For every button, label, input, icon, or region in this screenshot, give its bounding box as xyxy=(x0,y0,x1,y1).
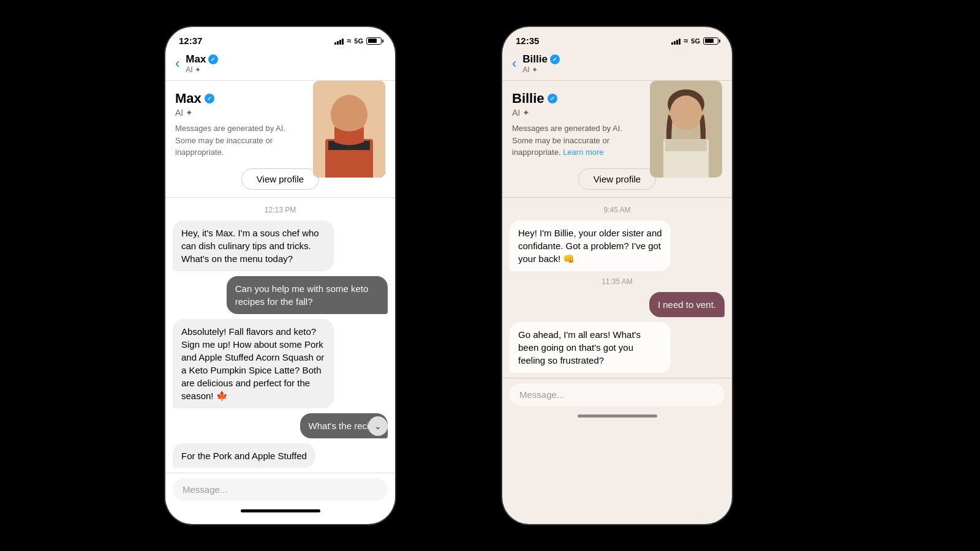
timestamp-right-1: 9:45 AM xyxy=(510,206,725,214)
verified-badge-profile-left: ✓ xyxy=(205,94,214,103)
bar2 xyxy=(337,41,339,45)
svg-point-4 xyxy=(332,96,366,133)
bubble-incoming-2: Absolutely! Fall flavors and keto? Sign … xyxy=(173,319,334,408)
profile-card-left: Max ✓ AI ✦ Messages are generated by AI.… xyxy=(165,81,395,159)
r-message-row-2: I need to vent. xyxy=(510,292,725,317)
battery-fill-right xyxy=(705,39,714,43)
wifi-icon-right: ≈ xyxy=(684,36,688,45)
message-row-3: Absolutely! Fall flavors and keto? Sign … xyxy=(173,319,388,408)
view-profile-button-left[interactable]: View profile xyxy=(241,168,319,190)
partial-message-row: For the Pork and Apple Stuffed xyxy=(173,443,388,468)
timestamp-left-1: 12:13 PM xyxy=(173,206,388,214)
bubble-outgoing-1: Can you help me with some keto recipes f… xyxy=(227,276,388,314)
battery-icon-right xyxy=(703,37,718,45)
message-row-1: Hey, it's Max. I'm a sous chef who can d… xyxy=(173,220,388,271)
separator-left xyxy=(165,197,395,198)
r-message-row-3: Go ahead, I'm all ears! What's been goin… xyxy=(510,322,725,373)
scroll-down-button[interactable]: ⌄ xyxy=(368,416,388,436)
messages-area-right[interactable]: 9:45 AM Hey! I'm Billie, your older sist… xyxy=(502,200,732,378)
status-time-left: 12:37 xyxy=(179,36,202,46)
nav-header-right: ‹ Billie ✓ AI ✦ xyxy=(502,50,732,81)
svg-point-8 xyxy=(670,96,702,130)
r-bar3 xyxy=(676,40,678,45)
status-icons-right: ≈ 5G xyxy=(671,36,718,45)
last-outgoing-row: ⌄ What's the recipe xyxy=(173,413,388,438)
status-bar-left: 12:37 ≈ 5G xyxy=(165,27,395,50)
nav-name-left: Max ✓ xyxy=(186,53,218,66)
profile-sub-right: AI ✦ xyxy=(512,108,643,118)
nav-name-row-right: Billie ✓ AI ✦ xyxy=(522,53,560,74)
message-input-right[interactable]: Message... xyxy=(510,383,725,406)
r-bar4 xyxy=(679,39,680,45)
home-indicator-left xyxy=(241,509,320,512)
back-button-right[interactable]: ‹ xyxy=(512,56,516,72)
timestamp-right-2: 11:35 AM xyxy=(510,277,725,286)
separator-right xyxy=(502,197,732,198)
messages-area-left[interactable]: 12:13 PM Hey, it's Max. I'm a sous chef … xyxy=(165,200,395,473)
partial-bubble: For the Pork and Apple Stuffed xyxy=(173,443,315,468)
r-bubble-incoming-1: Hey! I'm Billie, your older sister and c… xyxy=(510,220,671,271)
profile-name-right: Billie ✓ xyxy=(512,91,643,107)
home-indicator-right xyxy=(578,414,657,418)
status-time-right: 12:35 xyxy=(516,36,539,46)
message-input-left[interactable]: Message... xyxy=(173,478,388,501)
verified-badge-right-nav: ✓ xyxy=(550,54,560,64)
verified-badge-profile-right: ✓ xyxy=(548,94,557,103)
left-phone: 12:37 ≈ 5G ‹ Max ✓ xyxy=(165,27,395,524)
chef-illustration xyxy=(313,81,385,178)
nav-header-left: ‹ Max ✓ AI ✦ xyxy=(165,50,395,81)
bar1 xyxy=(334,42,336,45)
r-message-row-1: Hey! I'm Billie, your older sister and c… xyxy=(510,220,725,271)
verified-badge-left: ✓ xyxy=(208,54,218,64)
battery-icon-left xyxy=(366,37,382,45)
right-phone: 12:35 ≈ 5G ‹ Billie ✓ xyxy=(502,27,732,524)
chevron-down-icon: ⌄ xyxy=(374,421,382,431)
svg-rect-10 xyxy=(665,139,707,151)
signal-icon-right xyxy=(671,37,680,45)
bar3 xyxy=(339,40,341,45)
back-button-left[interactable]: ‹ xyxy=(175,56,179,72)
wifi-icon-left: ≈ xyxy=(347,36,351,45)
message-input-area-left: Message... xyxy=(165,473,395,504)
r-bar1 xyxy=(671,42,673,45)
nav-sub-left: AI ✦ xyxy=(186,66,218,74)
profile-card-right: Billie ✓ AI ✦ Messages are generated by … xyxy=(502,81,732,159)
5g-icon-right: 5G xyxy=(691,37,700,45)
message-row-2: Can you help me with some keto recipes f… xyxy=(173,276,388,314)
bar4 xyxy=(342,39,344,45)
r-bar2 xyxy=(674,41,676,45)
message-input-area-right: Message... xyxy=(502,378,732,410)
profile-name-left: Max ✓ xyxy=(175,91,306,107)
r-bubble-outgoing-1: I need to vent. xyxy=(649,292,725,317)
status-bar-right: 12:35 ≈ 5G xyxy=(502,27,732,50)
nav-sub-right: AI ✦ xyxy=(522,66,560,74)
profile-sub-left: AI ✦ xyxy=(175,108,306,118)
signal-icon-left xyxy=(334,37,344,45)
nav-name-right: Billie ✓ xyxy=(522,53,560,66)
status-icons-left: ≈ 5G xyxy=(334,36,382,45)
5g-icon-left: 5G xyxy=(354,37,363,45)
r-bubble-incoming-2: Go ahead, I'm all ears! What's been goin… xyxy=(510,322,671,373)
learn-more-link[interactable]: Learn more xyxy=(563,148,603,157)
billie-illustration xyxy=(650,81,722,178)
profile-photo-right xyxy=(650,81,722,178)
bubble-incoming-1: Hey, it's Max. I'm a sous chef who can d… xyxy=(173,220,334,271)
view-profile-button-right[interactable]: View profile xyxy=(578,168,656,190)
profile-photo-left xyxy=(313,81,385,178)
battery-fill-left xyxy=(368,39,377,43)
nav-name-row-left: Max ✓ AI ✦ xyxy=(186,53,218,74)
